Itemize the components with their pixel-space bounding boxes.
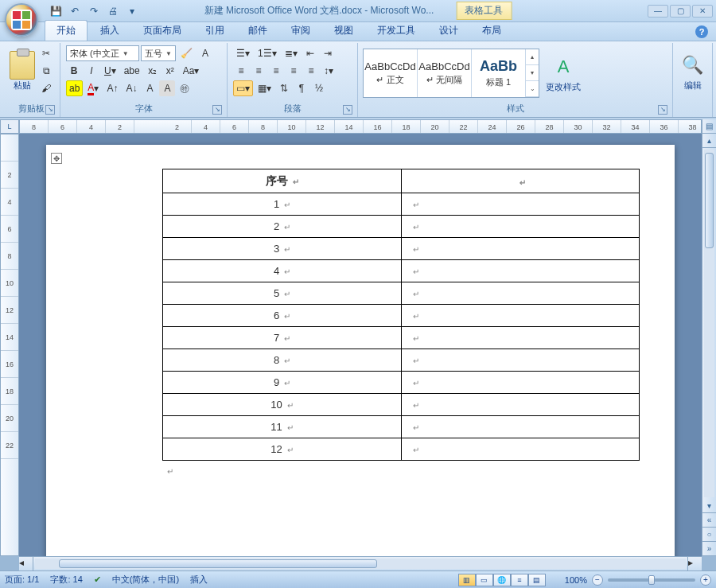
table-header-row[interactable]: 序号↵ ↵ <box>163 169 640 193</box>
table-cell[interactable]: 7↵ <box>163 327 402 349</box>
font-size-combo[interactable]: 五号▼ <box>141 45 176 61</box>
table-move-handle-icon[interactable]: ✥ <box>51 153 62 164</box>
align-left-button[interactable]: ≡ <box>233 63 249 79</box>
table-cell[interactable]: ↵ <box>402 394 640 416</box>
table-cell[interactable]: ↵ <box>402 372 640 394</box>
maximize-button[interactable]: ▢ <box>670 5 691 18</box>
scrollbar-thumb[interactable] <box>705 153 714 248</box>
decrease-indent-button[interactable]: ⇤ <box>302 45 318 61</box>
table-cell[interactable]: 1↵ <box>163 193 402 216</box>
asian-layout-button[interactable]: ½ <box>311 80 327 96</box>
tab-home[interactable]: 开始 <box>45 20 88 41</box>
tab-table-layout[interactable]: 布局 <box>471 21 512 41</box>
table-cell[interactable]: 11↵ <box>163 416 402 438</box>
format-painter-icon[interactable]: 🖌 <box>38 80 54 96</box>
clipboard-launcher[interactable]: ↘ <box>45 105 55 115</box>
distributed-button[interactable]: ≡ <box>303 63 319 79</box>
zoom-value[interactable]: 100% <box>565 575 587 585</box>
status-page[interactable]: 页面: 1/1 <box>5 574 39 586</box>
styles-launcher[interactable]: ↘ <box>658 105 667 115</box>
ruler-toggle-icon[interactable]: ▤ <box>702 119 716 134</box>
paragraph-launcher[interactable]: ↘ <box>343 105 352 115</box>
highlight-button[interactable]: ab <box>66 80 83 96</box>
underline-button[interactable]: U▾ <box>101 63 119 79</box>
table-row[interactable]: 3↵↵ <box>163 238 640 260</box>
zoom-slider-knob[interactable] <box>648 575 655 585</box>
undo-icon[interactable]: ↶ <box>67 3 83 19</box>
scroll-right-button[interactable]: ▸ <box>687 557 702 570</box>
tab-mailings[interactable]: 邮件 <box>237 21 278 41</box>
table-cell[interactable]: ↵ <box>402 305 640 327</box>
status-language[interactable]: 中文(简体，中国) <box>112 574 179 586</box>
clear-formatting-icon[interactable]: 🧹 <box>177 45 196 61</box>
table-cell[interactable]: ↵ <box>402 193 640 216</box>
office-button[interactable] <box>5 3 38 37</box>
scrollbar-thumb[interactable] <box>59 559 377 568</box>
gallery-scroll[interactable]: ▴▾⌄ <box>526 49 539 97</box>
italic-button[interactable]: I <box>84 63 99 79</box>
horizontal-ruler[interactable]: 8642246810121416182022242628303234363840… <box>19 119 702 134</box>
table-row[interactable]: 6↵↵ <box>163 305 640 327</box>
view-draft-icon[interactable]: ▤ <box>528 574 546 586</box>
table-cell[interactable]: 3↵ <box>163 238 402 260</box>
save-icon[interactable]: 💾 <box>48 3 64 19</box>
table-cell[interactable]: 12↵ <box>163 438 402 461</box>
style-item-nospacing[interactable]: AaBbCcDd↵ 无间隔 <box>418 49 472 97</box>
table-row[interactable]: 11↵↵ <box>163 416 640 438</box>
subscript-button[interactable]: x₂ <box>145 63 161 79</box>
table-cell[interactable]: 6↵ <box>163 305 402 327</box>
zoom-in-button[interactable]: + <box>700 574 711 586</box>
tab-references[interactable]: 引用 <box>194 21 235 41</box>
redo-icon[interactable]: ↷ <box>86 3 102 19</box>
justify-button[interactable]: ≡ <box>286 63 302 79</box>
bold-button[interactable]: B <box>66 63 82 79</box>
cut-icon[interactable]: ✂ <box>38 45 54 61</box>
scroll-up-button[interactable]: ▴ <box>702 134 716 148</box>
table-cell[interactable]: ↵ <box>402 216 640 238</box>
tab-review[interactable]: 审阅 <box>280 21 321 41</box>
table-row[interactable]: 8↵↵ <box>163 349 640 372</box>
table-cell[interactable]: ↵ <box>402 260 640 282</box>
font-family-combo[interactable]: 宋体 (中文正▼ <box>66 45 139 61</box>
table-row[interactable]: 9↵↵ <box>163 372 640 394</box>
grow-font-button[interactable]: A↑ <box>103 80 121 96</box>
phonetic-guide-icon[interactable]: A <box>197 45 213 61</box>
zoom-slider[interactable] <box>608 578 695 582</box>
table-row[interactable]: 10↵↵ <box>163 394 640 416</box>
tab-page-layout[interactable]: 页面布局 <box>132 21 193 41</box>
tab-table-design[interactable]: 设计 <box>428 21 469 41</box>
sort-button[interactable]: ⇅ <box>276 80 292 96</box>
tab-insert[interactable]: 插入 <box>89 21 130 41</box>
table-cell[interactable]: ↵ <box>402 282 640 305</box>
view-full-screen-icon[interactable]: ▭ <box>476 574 493 586</box>
paste-button[interactable]: 粘贴 <box>8 45 36 99</box>
document-area[interactable]: ✥ 序号↵ ↵ 1↵↵2↵↵3↵↵4↵↵5↵↵6↵↵7↵↵8↵↵9↵↵10↵↵1… <box>19 134 702 556</box>
status-word-count[interactable]: 字数: 14 <box>50 574 82 586</box>
table-cell[interactable]: 2↵ <box>163 216 402 238</box>
qat-button[interactable]: 🖨 <box>105 3 121 19</box>
table-cell[interactable]: 9↵ <box>163 372 402 394</box>
table-row[interactable]: 5↵↵ <box>163 282 640 305</box>
enclose-char-button[interactable]: ㊕ <box>177 80 193 96</box>
next-page-button[interactable]: » <box>702 542 716 556</box>
status-spellcheck-icon[interactable]: ✔ <box>94 574 101 585</box>
scroll-down-button[interactable]: ▾ <box>702 499 716 513</box>
table-header-cell[interactable]: 序号↵ <box>163 169 402 193</box>
scroll-left-button[interactable]: ◂ <box>19 557 33 570</box>
shrink-font-button[interactable]: A↓ <box>123 80 140 96</box>
minimize-button[interactable]: — <box>648 5 668 18</box>
vertical-scrollbar[interactable] <box>704 150 714 497</box>
strikethrough-button[interactable]: abe <box>121 63 143 79</box>
qat-dropdown-icon[interactable]: ▾ <box>124 3 140 19</box>
change-styles-button[interactable]: A 更改样式 <box>544 46 582 100</box>
editing-button[interactable]: 🔍 编辑 <box>678 45 707 99</box>
table-cell[interactable]: ↵ <box>402 438 640 461</box>
table-cell[interactable]: 8↵ <box>163 349 402 372</box>
page[interactable]: ✥ 序号↵ ↵ 1↵↵2↵↵3↵↵4↵↵5↵↵6↵↵7↵↵8↵↵9↵↵10↵↵1… <box>46 145 675 556</box>
view-web-layout-icon[interactable]: 🌐 <box>493 574 511 586</box>
table-cell[interactable]: ↵ <box>402 327 640 349</box>
document-table[interactable]: 序号↵ ↵ 1↵↵2↵↵3↵↵4↵↵5↵↵6↵↵7↵↵8↵↵9↵↵10↵↵11↵… <box>162 169 640 461</box>
tab-view[interactable]: 视图 <box>323 21 364 41</box>
browse-object-button[interactable]: ○ <box>702 528 716 542</box>
multilevel-list-button[interactable]: ≣▾ <box>282 45 301 61</box>
